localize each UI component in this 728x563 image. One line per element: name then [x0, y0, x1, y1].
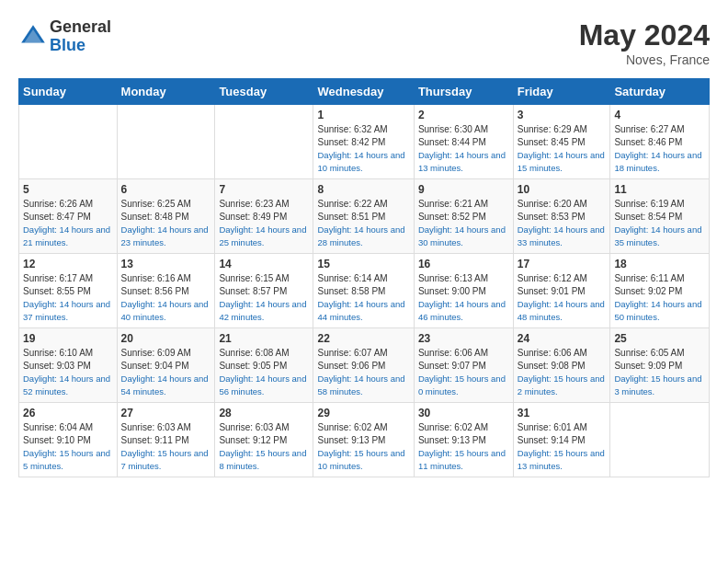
- day-info: Sunrise: 6:03 AMSunset: 9:11 PMDaylight:…: [121, 421, 211, 473]
- calendar-cell: 28Sunrise: 6:03 AMSunset: 9:12 PMDayligh…: [215, 403, 313, 477]
- day-info: Sunrise: 6:05 AMSunset: 9:09 PMDaylight:…: [614, 347, 705, 398]
- weekday-header: Saturday: [610, 79, 710, 105]
- day-info: Sunrise: 6:08 AMSunset: 9:05 PMDaylight:…: [219, 347, 309, 398]
- calendar-cell: 25Sunrise: 6:05 AMSunset: 9:09 PMDayligh…: [610, 328, 710, 403]
- day-number: 18: [614, 258, 705, 270]
- daylight-label: Daylight: 14 hours and 35 minutes.: [614, 224, 701, 247]
- daylight-label: Daylight: 15 hours and 7 minutes.: [121, 448, 209, 471]
- weekday-header: Tuesday: [215, 79, 313, 105]
- daylight-label: Daylight: 14 hours and 23 minutes.: [121, 224, 209, 247]
- calendar-cell: 8Sunrise: 6:22 AMSunset: 8:51 PMDaylight…: [313, 179, 414, 254]
- calendar-cell: 29Sunrise: 6:02 AMSunset: 9:13 PMDayligh…: [313, 403, 414, 477]
- day-info: Sunrise: 6:01 AMSunset: 9:14 PMDaylight:…: [518, 421, 607, 473]
- daylight-label: Daylight: 15 hours and 8 minutes.: [219, 448, 306, 471]
- daylight-label: Daylight: 14 hours and 50 minutes.: [614, 299, 701, 322]
- day-number: 15: [317, 258, 409, 270]
- day-number: 16: [418, 258, 509, 270]
- day-number: 6: [121, 183, 211, 196]
- calendar-cell: 16Sunrise: 6:13 AMSunset: 9:00 PMDayligh…: [414, 254, 513, 328]
- weekday-header: Wednesday: [313, 79, 414, 105]
- day-info: Sunrise: 6:11 AMSunset: 9:02 PMDaylight:…: [614, 272, 705, 324]
- day-number: 24: [518, 332, 607, 345]
- day-number: 11: [614, 183, 705, 196]
- day-info: Sunrise: 6:09 AMSunset: 9:04 PMDaylight:…: [121, 347, 211, 398]
- calendar-week-row: 12Sunrise: 6:17 AMSunset: 8:55 PMDayligh…: [19, 254, 710, 328]
- calendar-cell: 20Sunrise: 6:09 AMSunset: 9:04 PMDayligh…: [117, 328, 215, 403]
- day-number: 25: [614, 332, 705, 345]
- calendar-cell: 14Sunrise: 6:15 AMSunset: 8:57 PMDayligh…: [215, 254, 313, 328]
- day-info: Sunrise: 6:07 AMSunset: 9:06 PMDaylight:…: [317, 347, 409, 398]
- daylight-label: Daylight: 14 hours and 46 minutes.: [418, 299, 506, 322]
- day-info: Sunrise: 6:02 AMSunset: 9:13 PMDaylight:…: [418, 421, 509, 473]
- logo-general: General: [50, 18, 111, 37]
- location-subtitle: Noves, France: [579, 52, 710, 67]
- day-number: 29: [317, 407, 409, 419]
- daylight-label: Daylight: 15 hours and 11 minutes.: [418, 448, 506, 471]
- calendar-cell: 15Sunrise: 6:14 AMSunset: 8:58 PMDayligh…: [313, 254, 414, 328]
- day-number: 13: [121, 258, 211, 270]
- day-number: 2: [418, 109, 509, 121]
- day-number: 1: [317, 109, 409, 121]
- calendar-cell: [610, 403, 710, 477]
- calendar-cell: 9Sunrise: 6:21 AMSunset: 8:52 PMDaylight…: [414, 179, 513, 254]
- day-info: Sunrise: 6:26 AMSunset: 8:47 PMDaylight:…: [23, 198, 113, 249]
- daylight-label: Daylight: 14 hours and 28 minutes.: [317, 224, 404, 247]
- calendar-cell: 2Sunrise: 6:30 AMSunset: 8:44 PMDaylight…: [414, 105, 513, 179]
- day-info: Sunrise: 6:03 AMSunset: 9:12 PMDaylight:…: [219, 421, 309, 473]
- page-header: General Blue May 2024 Noves, France: [18, 18, 710, 67]
- daylight-label: Daylight: 14 hours and 10 minutes.: [317, 150, 404, 173]
- calendar-cell: [19, 105, 118, 179]
- calendar-cell: 31Sunrise: 6:01 AMSunset: 9:14 PMDayligh…: [513, 403, 610, 477]
- calendar-week-row: 5Sunrise: 6:26 AMSunset: 8:47 PMDaylight…: [19, 179, 710, 254]
- day-number: 8: [317, 183, 409, 196]
- day-info: Sunrise: 6:29 AMSunset: 8:45 PMDaylight:…: [518, 123, 607, 175]
- calendar-week-row: 26Sunrise: 6:04 AMSunset: 9:10 PMDayligh…: [19, 403, 710, 477]
- daylight-label: Daylight: 14 hours and 15 minutes.: [518, 150, 605, 173]
- day-number: 10: [518, 183, 607, 196]
- calendar-cell: 17Sunrise: 6:12 AMSunset: 9:01 PMDayligh…: [513, 254, 610, 328]
- daylight-label: Daylight: 14 hours and 54 minutes.: [121, 373, 209, 396]
- daylight-label: Daylight: 14 hours and 25 minutes.: [219, 224, 306, 247]
- day-number: 21: [219, 332, 309, 345]
- day-info: Sunrise: 6:16 AMSunset: 8:56 PMDaylight:…: [121, 272, 211, 324]
- calendar-cell: 26Sunrise: 6:04 AMSunset: 9:10 PMDayligh…: [19, 403, 118, 477]
- day-info: Sunrise: 6:20 AMSunset: 8:53 PMDaylight:…: [518, 198, 607, 249]
- daylight-label: Daylight: 15 hours and 0 minutes.: [418, 373, 506, 396]
- daylight-label: Daylight: 14 hours and 44 minutes.: [317, 299, 404, 322]
- daylight-label: Daylight: 15 hours and 13 minutes.: [518, 448, 605, 471]
- day-info: Sunrise: 6:06 AMSunset: 9:08 PMDaylight:…: [518, 347, 607, 398]
- day-number: 23: [418, 332, 509, 345]
- daylight-label: Daylight: 14 hours and 56 minutes.: [219, 373, 306, 396]
- daylight-label: Daylight: 14 hours and 48 minutes.: [518, 299, 605, 322]
- day-info: Sunrise: 6:13 AMSunset: 9:00 PMDaylight:…: [418, 272, 509, 324]
- calendar-cell: 18Sunrise: 6:11 AMSunset: 9:02 PMDayligh…: [610, 254, 710, 328]
- calendar-cell: 10Sunrise: 6:20 AMSunset: 8:53 PMDayligh…: [513, 179, 610, 254]
- daylight-label: Daylight: 14 hours and 52 minutes.: [23, 373, 110, 396]
- calendar-header-row: SundayMondayTuesdayWednesdayThursdayFrid…: [19, 79, 710, 105]
- day-number: 19: [23, 332, 113, 345]
- daylight-label: Daylight: 14 hours and 30 minutes.: [418, 224, 506, 247]
- daylight-label: Daylight: 15 hours and 5 minutes.: [23, 448, 110, 471]
- calendar-cell: 21Sunrise: 6:08 AMSunset: 9:05 PMDayligh…: [215, 328, 313, 403]
- weekday-header: Thursday: [414, 79, 513, 105]
- day-number: 26: [23, 407, 113, 419]
- day-info: Sunrise: 6:06 AMSunset: 9:07 PMDaylight:…: [418, 347, 509, 398]
- weekday-header: Monday: [117, 79, 215, 105]
- daylight-label: Daylight: 14 hours and 42 minutes.: [219, 299, 306, 322]
- day-info: Sunrise: 6:17 AMSunset: 8:55 PMDaylight:…: [23, 272, 113, 324]
- day-info: Sunrise: 6:25 AMSunset: 8:48 PMDaylight:…: [121, 198, 211, 249]
- day-number: 17: [518, 258, 607, 270]
- day-number: 31: [518, 407, 607, 419]
- day-number: 7: [219, 183, 309, 196]
- weekday-header: Sunday: [19, 79, 118, 105]
- calendar-cell: 6Sunrise: 6:25 AMSunset: 8:48 PMDaylight…: [117, 179, 215, 254]
- calendar-cell: 5Sunrise: 6:26 AMSunset: 8:47 PMDaylight…: [19, 179, 118, 254]
- calendar-cell: 23Sunrise: 6:06 AMSunset: 9:07 PMDayligh…: [414, 328, 513, 403]
- daylight-label: Daylight: 14 hours and 18 minutes.: [614, 150, 701, 173]
- day-info: Sunrise: 6:21 AMSunset: 8:52 PMDaylight:…: [418, 198, 509, 249]
- day-info: Sunrise: 6:23 AMSunset: 8:49 PMDaylight:…: [219, 198, 309, 249]
- calendar-cell: [215, 105, 313, 179]
- day-number: 3: [518, 109, 607, 121]
- day-info: Sunrise: 6:22 AMSunset: 8:51 PMDaylight:…: [317, 198, 409, 249]
- day-number: 9: [418, 183, 509, 196]
